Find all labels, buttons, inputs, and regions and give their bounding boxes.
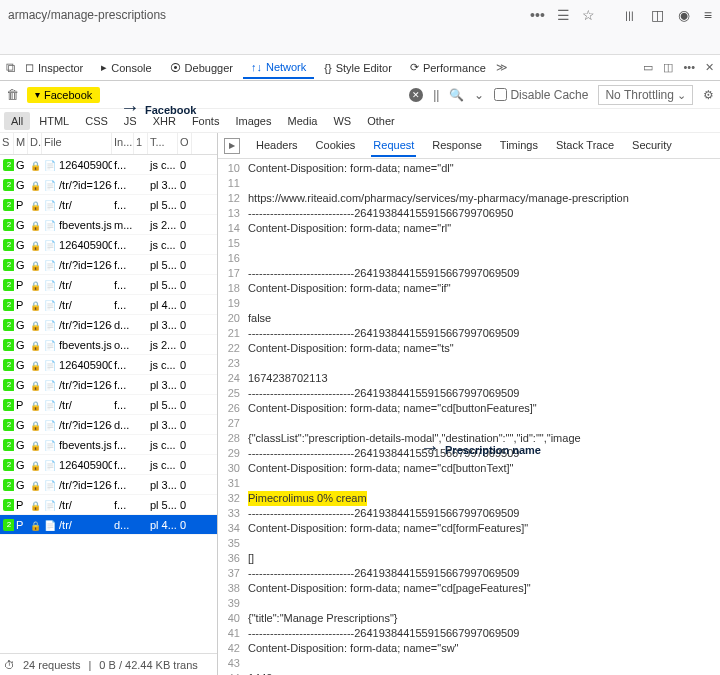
sidebar-icon[interactable]: ◫ [651, 7, 664, 23]
payload-line: 31 [218, 476, 720, 491]
tab-console[interactable]: ▸Console [93, 57, 159, 78]
table-row[interactable]: 2G🔒📄 1264059003f...js c...0 [0, 355, 217, 375]
payload-line: 28{"classList":"prescription-details-mod… [218, 431, 720, 446]
table-row[interactable]: 2G🔒📄 /tr/?id=1264(f...pl 5...0 [0, 255, 217, 275]
table-row[interactable]: 2P🔒📄 /tr/d...pl 4...0 [0, 515, 217, 535]
request-payload[interactable]: 10Content-Disposition: form-data; name="… [218, 159, 720, 675]
payload-line: 20false [218, 311, 720, 326]
payload-line: 27 [218, 416, 720, 431]
type-other[interactable]: Other [360, 112, 402, 130]
payload-line: 23 [218, 356, 720, 371]
reader-icon[interactable]: ☰ [557, 7, 570, 23]
type-css[interactable]: CSS [78, 112, 115, 130]
table-row[interactable]: 2P🔒📄 /tr/f...pl 5...0 [0, 275, 217, 295]
network-footer: ⏱ 24 requests | 0 B / 42.44 KB trans [0, 653, 217, 675]
table-row[interactable]: 2P🔒📄 /tr/f...pl 4...0 [0, 295, 217, 315]
table-row[interactable]: 2G🔒📄 /tr/?id=1264(d...pl 3...0 [0, 315, 217, 335]
responsive-icon[interactable]: ▭ [643, 61, 653, 74]
network-table-body[interactable]: 2G🔒📄 1264059003f...js c...02G🔒📄 /tr/?id=… [0, 155, 217, 653]
payload-line: 39 [218, 596, 720, 611]
table-row[interactable]: 2P🔒📄 /tr/f...pl 5...0 [0, 195, 217, 215]
payload-line: 22Content-Disposition: form-data; name="… [218, 341, 720, 356]
timer-icon: ⏱ [4, 659, 15, 671]
payload-line: 19 [218, 296, 720, 311]
table-row[interactable]: 2G🔒📄 /tr/?id=1264(f...pl 3...0 [0, 475, 217, 495]
kebab-icon[interactable]: ••• [683, 61, 695, 74]
table-row[interactable]: 2G🔒📄 1264059003f...js c...0 [0, 455, 217, 475]
table-row[interactable]: 2G🔒📄 fbevents.jsm...js 2...0 [0, 215, 217, 235]
type-js[interactable]: JS [117, 112, 144, 130]
settings-chevron-icon[interactable]: ⌄ [474, 88, 484, 102]
gear-icon[interactable]: ⚙ [703, 88, 714, 102]
payload-line: 15 [218, 236, 720, 251]
type-all[interactable]: All [4, 112, 30, 130]
table-row[interactable]: 2G🔒📄 fbevents.jsf...js c...0 [0, 435, 217, 455]
payload-line: 37-----------------------------264193844… [218, 566, 720, 581]
detail-tab-headers[interactable]: Headers [254, 135, 300, 157]
pause-icon[interactable]: || [433, 88, 439, 102]
more-icon[interactable]: ••• [530, 7, 545, 23]
payload-line: 10Content-Disposition: form-data; name="… [218, 161, 720, 176]
payload-line: 26Content-Disposition: form-data; name="… [218, 401, 720, 416]
payload-line: 14Content-Disposition: form-data; name="… [218, 221, 720, 236]
payload-line: 32Pimecrolimus 0% cream [218, 491, 720, 506]
more-tabs-icon[interactable]: ≫ [496, 61, 508, 74]
type-xhr[interactable]: XHR [146, 112, 183, 130]
payload-line: 38Content-Disposition: form-data; name="… [218, 581, 720, 596]
payload-line: 42Content-Disposition: form-data; name="… [218, 641, 720, 656]
payload-line: 11 [218, 176, 720, 191]
payload-line: 441440 [218, 671, 720, 675]
table-row[interactable]: 2G🔒📄 /tr/?id=1264(f...pl 3...0 [0, 175, 217, 195]
library-icon[interactable]: ⫼ [623, 7, 637, 23]
type-html[interactable]: HTML [32, 112, 76, 130]
tab-performance[interactable]: ⟳Performance [402, 57, 494, 78]
payload-line: 18Content-Disposition: form-data; name="… [218, 281, 720, 296]
table-row[interactable]: 2G🔒📄 /tr/?id=1264(f...pl 3...0 [0, 375, 217, 395]
network-table-header: S M D... File In... 1 T... O [0, 133, 217, 155]
detail-tabs: ▶ HeadersCookiesRequestResponseTimingsSt… [218, 133, 720, 159]
detail-tab-response[interactable]: Response [430, 135, 484, 157]
type-images[interactable]: Images [228, 112, 278, 130]
dock-side-icon[interactable]: ◫ [663, 61, 673, 74]
table-row[interactable]: 2G🔒📄 1264059003f...js c...0 [0, 235, 217, 255]
tab-network[interactable]: ↑↓Network [243, 57, 314, 79]
tab-inspector[interactable]: ◻Inspector [17, 57, 91, 78]
payload-line: 25-----------------------------264193844… [218, 386, 720, 401]
close-icon[interactable]: ✕ [705, 61, 714, 74]
throttling-select[interactable]: No Throttling ⌄ [598, 85, 693, 105]
payload-line: 21-----------------------------264193844… [218, 326, 720, 341]
trash-icon[interactable]: 🗑 [6, 87, 19, 102]
type-fonts[interactable]: Fonts [185, 112, 227, 130]
table-row[interactable]: 2G🔒📄 1264059003f...js c...0 [0, 155, 217, 175]
devtools-tabs: ⧉ ◻Inspector ▸Console ⦿Debugger ↑↓Networ… [0, 55, 720, 81]
tab-style-editor[interactable]: {}Style Editor [316, 58, 400, 78]
account-icon[interactable]: ◉ [678, 7, 690, 23]
table-row[interactable]: 2G🔒📄 /tr/?id=1264(d...pl 3...0 [0, 415, 217, 435]
table-row[interactable]: 2G🔒📄 fbevents.jso...js 2...0 [0, 335, 217, 355]
menu-icon[interactable]: ≡ [704, 7, 712, 23]
payload-line: 43 [218, 656, 720, 671]
search-icon[interactable]: 🔍 [449, 88, 464, 102]
url-text[interactable]: armacy/manage-prescriptions [8, 8, 522, 22]
table-row[interactable]: 2P🔒📄 /tr/f...pl 5...0 [0, 495, 217, 515]
disable-cache-checkbox[interactable]: Disable Cache [494, 88, 588, 102]
filter-chip[interactable]: ▾ Facebook [27, 87, 100, 103]
payload-line: 29-----------------------------264193844… [218, 446, 720, 461]
table-row[interactable]: 2P🔒📄 /tr/f...pl 5...0 [0, 395, 217, 415]
star-icon[interactable]: ☆ [582, 7, 595, 23]
payload-line: 16 [218, 251, 720, 266]
payload-line: 30Content-Disposition: form-data; name="… [218, 461, 720, 476]
payload-line: 241674238702113 [218, 371, 720, 386]
detail-tab-cookies[interactable]: Cookies [314, 135, 358, 157]
dock-icon[interactable]: ⧉ [6, 60, 15, 76]
detail-tab-request[interactable]: Request [371, 135, 416, 157]
tab-debugger[interactable]: ⦿Debugger [162, 58, 241, 78]
detail-tab-security[interactable]: Security [630, 135, 674, 157]
detail-tab-timings[interactable]: Timings [498, 135, 540, 157]
payload-line: 12https://www.riteaid.com/pharmacy/servi… [218, 191, 720, 206]
type-ws[interactable]: WS [326, 112, 358, 130]
clear-icon[interactable]: ✕ [409, 88, 423, 102]
detail-tab-stack-trace[interactable]: Stack Trace [554, 135, 616, 157]
type-media[interactable]: Media [280, 112, 324, 130]
play-icon[interactable]: ▶ [224, 138, 240, 154]
